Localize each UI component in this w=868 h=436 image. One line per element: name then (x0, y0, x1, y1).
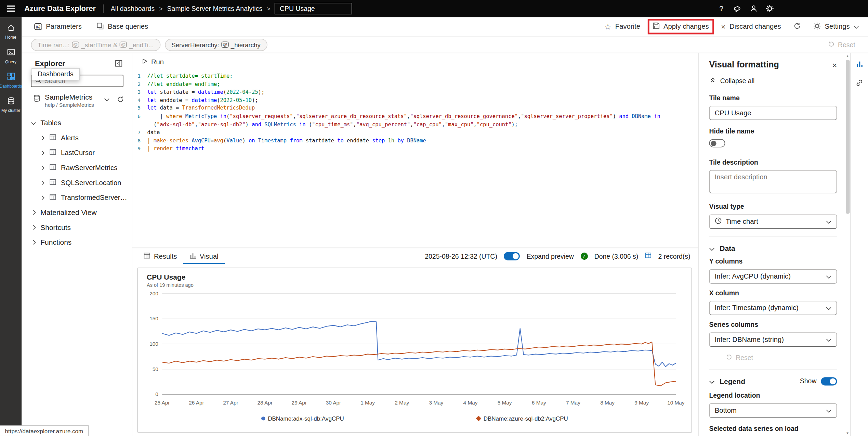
dashboards-icon (6, 72, 15, 82)
hide-tile-name-toggle[interactable] (709, 139, 725, 147)
visual-type-dropdown[interactable]: Time chart (709, 214, 837, 229)
svg-text:30 Apr: 30 Apr (326, 400, 341, 406)
legend-item[interactable]: DBName:adx-sql-db:AvgCPU (261, 415, 344, 421)
filters-reset-button[interactable]: Reset (828, 40, 855, 49)
hide-tile-name-label: Hide tile name (709, 127, 837, 135)
legend-section-header[interactable]: Legend Show (709, 370, 837, 386)
collapse-all-button[interactable]: Collapse all (709, 76, 754, 85)
settings-button[interactable]: Settings (813, 22, 859, 31)
tile-name-input[interactable] (709, 106, 837, 120)
chevron-down-icon (709, 376, 714, 386)
table-item-rawservermetrics[interactable]: RawServerMetrics (22, 160, 132, 175)
settings-gear-icon[interactable] (764, 2, 775, 15)
code-line[interactable]: ("adx-sql-db","azure-sql-db2") and SQLMe… (132, 120, 698, 129)
code-line[interactable]: 4let enddate = datetime(2022-05-10); (132, 96, 698, 104)
scroll-up-icon[interactable]: ▲ (845, 54, 850, 58)
query-editor[interactable]: 1//let startdate=_startTime;2//let endda… (132, 70, 698, 248)
sidebar-item-home[interactable]: Home (0, 22, 22, 41)
x-column-label: X column (709, 289, 837, 297)
tab-visual[interactable]: Visual (183, 248, 224, 264)
divider (103, 4, 104, 13)
y-columns-dropdown[interactable]: Infer: AvgCPU (dynamic) (709, 269, 837, 284)
data-reset-button[interactable]: Reset (726, 354, 753, 362)
svg-text:3 May: 3 May (429, 400, 443, 406)
database-refresh-icon[interactable] (116, 95, 125, 104)
close-icon: × (721, 23, 725, 30)
breadcrumb-all-dashboards[interactable]: All dashboards (111, 5, 155, 13)
svg-text:7 May: 7 May (566, 400, 580, 406)
parameters-button[interactable]: @ Parameters (34, 23, 82, 30)
legend-show-toggle[interactable] (821, 377, 837, 385)
table-item-alerts[interactable]: Alerts (22, 130, 132, 145)
close-icon[interactable]: × (832, 61, 837, 69)
svg-text:25 Apr: 25 Apr (155, 400, 170, 406)
dashboard-title-input[interactable] (275, 3, 352, 14)
legend-item[interactable]: DBName:azure-sql-db2:AvgCPU (477, 415, 568, 421)
y-columns-label: Y columns (709, 258, 837, 266)
run-button[interactable]: Run (142, 58, 164, 66)
tree-root-materialized-view[interactable]: Materialized View (22, 205, 132, 220)
favorite-button[interactable]: ☆ Favorite (604, 23, 640, 30)
series-columns-dropdown[interactable]: Infer: DBName (string) (709, 332, 837, 347)
tree-root-functions[interactable]: Functions (22, 235, 132, 250)
feedback-megaphone-icon[interactable] (732, 2, 743, 15)
breadcrumb-dashboard-name[interactable]: Sample Server Metrics Analytics (167, 5, 263, 13)
collapse-panel-icon[interactable] (114, 58, 124, 69)
help-icon[interactable]: ? (716, 2, 727, 15)
svg-text:150: 150 (149, 316, 158, 321)
tab-results[interactable]: Results (137, 248, 183, 264)
chevron-right-icon (38, 135, 46, 140)
tree-root-tables[interactable]: Tables (22, 115, 132, 130)
x-column-dropdown[interactable]: Infer: Timestamp (dynamic) (709, 301, 837, 315)
visual-preview-area: CPU Usage As of 19 minutes ago 050100150… (132, 264, 698, 436)
svg-text:1 May: 1 May (360, 400, 375, 406)
table-item-lastcursor[interactable]: LastCursor (22, 145, 132, 160)
chevron-right-icon (38, 180, 46, 185)
table-item-transformedservermet-[interactable]: TransformedServerMet... (22, 190, 132, 205)
base-queries-button[interactable]: Base queries (96, 22, 148, 31)
hamburger-menu-icon[interactable] (0, 0, 22, 17)
svg-text:2 May: 2 May (395, 400, 409, 406)
sidebar-item-my-cluster[interactable]: My cluster (0, 95, 22, 114)
filter-pill-time-range[interactable]: Time ran...: @ _startTime & @ _endTi... (31, 38, 160, 51)
discard-changes-button[interactable]: × Discard changes (721, 23, 781, 30)
code-line[interactable]: 9| render timechart (132, 145, 698, 153)
expand-preview-toggle[interactable] (504, 252, 520, 260)
sidebar-item-dashboards[interactable]: Dashboards (0, 71, 22, 90)
status-url: https://dataexplorer.azure.com (0, 425, 89, 436)
visual-formatting-icon[interactable] (855, 60, 864, 69)
panel-scrollbar[interactable]: ▲ ▼ (845, 53, 850, 436)
data-section-header[interactable]: Data (709, 236, 837, 253)
code-line[interactable]: 2//let enddate=_endTime; (132, 80, 698, 88)
code-line[interactable]: 1//let startdate=_startTime; (132, 72, 698, 80)
code-line[interactable]: 7data (132, 129, 698, 137)
link-icon[interactable] (855, 79, 864, 87)
star-icon: ☆ (604, 23, 611, 30)
tile-description-input[interactable] (709, 170, 837, 193)
sidebar-item-query[interactable]: Query (0, 47, 22, 65)
account-person-icon[interactable] (748, 2, 759, 15)
timechart-plot[interactable]: 05010015020025 Apr26 Apr27 Apr28 Apr29 A… (143, 288, 687, 411)
breadcrumb: All dashboards > Sample Server Metrics A… (111, 3, 352, 14)
chart-legend: DBName:adx-sql-db:AvgCPUDBName:azure-sql… (143, 415, 686, 421)
code-line[interactable]: 3let startdate = datetime(2022-04-25); (132, 88, 698, 97)
scroll-down-icon[interactable]: ▼ (845, 432, 850, 435)
apply-changes-button[interactable]: Apply changes (653, 22, 709, 31)
database-name: SampleMetrics (45, 93, 99, 101)
table-item-sqlserverlocation[interactable]: SQLServerLocation (22, 175, 132, 190)
table-icon (49, 163, 56, 172)
chevron-right-icon (38, 165, 46, 170)
parameter-icon: @ (120, 41, 127, 48)
legend-location-dropdown[interactable]: Bottom (709, 403, 837, 418)
explorer-title: Explorer (35, 59, 65, 67)
database-dropdown-chevron-icon[interactable] (103, 97, 111, 102)
filter-pill-server-hierarchy[interactable]: ServerHierarchy: @ _hierarchy (165, 38, 267, 51)
scrollbar-thumb[interactable] (845, 60, 849, 214)
tree-root-shortcuts[interactable]: Shortcuts (22, 220, 132, 235)
code-line[interactable]: 6 | where MetricType in("sqlserver_reque… (132, 113, 698, 121)
svg-text:10 May: 10 May (667, 400, 685, 406)
refresh-button[interactable] (793, 22, 801, 31)
code-line[interactable]: 8| make-series AvgCPU=avg(Value) on Time… (132, 137, 698, 145)
database-selector[interactable]: SampleMetrics help / SampleMetrics (22, 93, 132, 108)
code-line[interactable]: 5let data = TransformedMetricsDedup (132, 104, 698, 113)
